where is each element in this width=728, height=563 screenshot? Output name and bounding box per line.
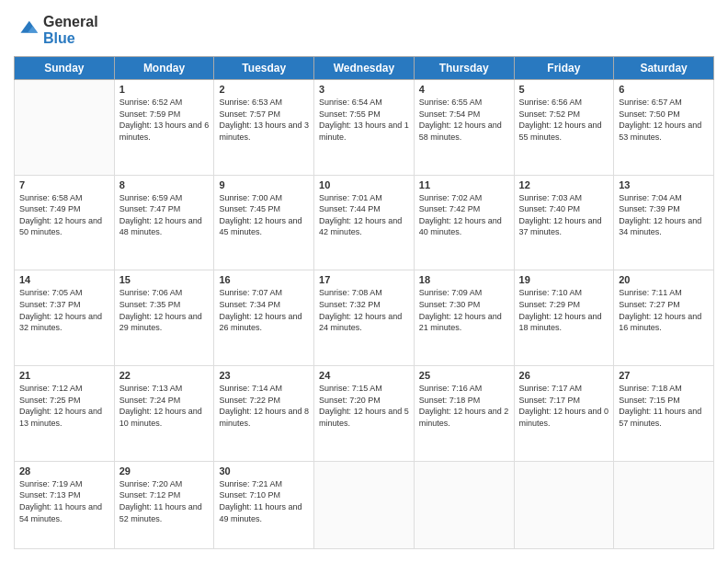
day-info: Sunrise: 7:20 AMSunset: 7:12 PMDaylight:… (119, 478, 210, 524)
day-number: 28 (19, 465, 109, 477)
calendar-cell: 30Sunrise: 7:21 AMSunset: 7:10 PMDayligh… (214, 461, 314, 548)
calendar-cell: 15Sunrise: 7:06 AMSunset: 7:35 PMDayligh… (114, 270, 214, 366)
day-of-week-header: Friday (514, 57, 614, 80)
day-info: Sunrise: 7:15 AMSunset: 7:20 PMDaylight:… (319, 383, 409, 429)
day-number: 5 (519, 84, 609, 95)
day-info: Sunrise: 7:01 AMSunset: 7:44 PMDaylight:… (319, 192, 409, 238)
calendar-cell: 7Sunrise: 6:58 AMSunset: 7:49 PMDaylight… (15, 175, 115, 270)
day-number: 14 (19, 274, 109, 285)
calendar-cell: 8Sunrise: 6:59 AMSunset: 7:47 PMDaylight… (114, 175, 214, 270)
calendar-cell: 23Sunrise: 7:14 AMSunset: 7:22 PMDayligh… (214, 366, 314, 462)
calendar-cell: 9Sunrise: 7:00 AMSunset: 7:45 PMDaylight… (214, 175, 314, 270)
day-info: Sunrise: 7:12 AMSunset: 7:25 PMDaylight:… (19, 383, 109, 429)
day-info: Sunrise: 7:16 AMSunset: 7:18 PMDaylight:… (419, 383, 509, 429)
day-of-week-header: Saturday (614, 57, 714, 80)
calendar-cell: 19Sunrise: 7:10 AMSunset: 7:29 PMDayligh… (514, 270, 614, 366)
calendar-header-row: SundayMondayTuesdayWednesdayThursdayFrid… (15, 57, 714, 80)
calendar-cell (15, 80, 115, 176)
calendar-week-row: 21Sunrise: 7:12 AMSunset: 7:25 PMDayligh… (15, 366, 714, 462)
day-of-week-header: Sunday (15, 57, 115, 80)
calendar-cell: 4Sunrise: 6:55 AMSunset: 7:54 PMDaylight… (414, 80, 514, 176)
day-number: 6 (619, 84, 709, 95)
day-info: Sunrise: 7:19 AMSunset: 7:13 PMDaylight:… (19, 478, 109, 524)
calendar-cell: 17Sunrise: 7:08 AMSunset: 7:32 PMDayligh… (314, 270, 415, 366)
day-number: 11 (419, 179, 509, 190)
day-number: 22 (119, 370, 210, 381)
day-number: 9 (219, 179, 309, 190)
calendar-cell: 5Sunrise: 6:56 AMSunset: 7:52 PMDaylight… (514, 80, 614, 176)
calendar-cell: 29Sunrise: 7:20 AMSunset: 7:12 PMDayligh… (114, 461, 214, 548)
day-number: 13 (619, 179, 709, 190)
calendar-cell: 2Sunrise: 6:53 AMSunset: 7:57 PMDaylight… (214, 80, 314, 176)
day-number: 16 (219, 274, 309, 285)
calendar-week-row: 14Sunrise: 7:05 AMSunset: 7:37 PMDayligh… (15, 270, 714, 366)
calendar-cell: 14Sunrise: 7:05 AMSunset: 7:37 PMDayligh… (15, 270, 115, 366)
calendar-cell: 1Sunrise: 6:52 AMSunset: 7:59 PMDaylight… (114, 80, 214, 176)
day-info: Sunrise: 7:09 AMSunset: 7:30 PMDaylight:… (419, 287, 509, 333)
day-number: 17 (319, 274, 409, 285)
calendar-cell: 20Sunrise: 7:11 AMSunset: 7:27 PMDayligh… (614, 270, 714, 366)
day-info: Sunrise: 7:13 AMSunset: 7:24 PMDaylight:… (119, 383, 210, 429)
day-number: 21 (19, 370, 109, 381)
day-info: Sunrise: 7:00 AMSunset: 7:45 PMDaylight:… (219, 192, 309, 238)
day-number: 1 (119, 84, 210, 95)
day-number: 12 (519, 179, 609, 190)
day-number: 10 (319, 179, 409, 190)
day-of-week-header: Tuesday (214, 57, 314, 80)
day-info: Sunrise: 6:57 AMSunset: 7:50 PMDaylight:… (619, 97, 709, 143)
day-info: Sunrise: 7:08 AMSunset: 7:32 PMDaylight:… (319, 287, 409, 333)
calendar-cell: 10Sunrise: 7:01 AMSunset: 7:44 PMDayligh… (314, 175, 415, 270)
calendar-cell (414, 461, 514, 548)
day-number: 24 (319, 370, 409, 381)
day-info: Sunrise: 7:03 AMSunset: 7:40 PMDaylight:… (519, 192, 609, 238)
day-info: Sunrise: 7:21 AMSunset: 7:10 PMDaylight:… (219, 478, 309, 524)
day-number: 2 (219, 84, 309, 95)
day-of-week-header: Thursday (414, 57, 514, 80)
day-info: Sunrise: 6:56 AMSunset: 7:52 PMDaylight:… (519, 97, 609, 143)
calendar-cell: 21Sunrise: 7:12 AMSunset: 7:25 PMDayligh… (15, 366, 115, 462)
calendar-cell: 28Sunrise: 7:19 AMSunset: 7:13 PMDayligh… (15, 461, 115, 548)
calendar-week-row: 7Sunrise: 6:58 AMSunset: 7:49 PMDaylight… (15, 175, 714, 270)
day-number: 19 (519, 274, 609, 285)
calendar-cell: 25Sunrise: 7:16 AMSunset: 7:18 PMDayligh… (414, 366, 514, 462)
logo: General Blue (14, 14, 98, 47)
page: General Blue SundayMondayTuesdayWednesda… (0, 0, 728, 563)
calendar-cell (314, 461, 415, 548)
day-info: Sunrise: 6:53 AMSunset: 7:57 PMDaylight:… (219, 97, 309, 143)
calendar-cell: 16Sunrise: 7:07 AMSunset: 7:34 PMDayligh… (214, 270, 314, 366)
day-info: Sunrise: 7:02 AMSunset: 7:42 PMDaylight:… (419, 192, 509, 238)
day-info: Sunrise: 6:54 AMSunset: 7:55 PMDaylight:… (319, 97, 409, 143)
day-info: Sunrise: 7:18 AMSunset: 7:15 PMDaylight:… (619, 383, 709, 429)
day-info: Sunrise: 6:55 AMSunset: 7:54 PMDaylight:… (419, 97, 509, 143)
calendar-cell: 24Sunrise: 7:15 AMSunset: 7:20 PMDayligh… (314, 366, 415, 462)
calendar-cell: 18Sunrise: 7:09 AMSunset: 7:30 PMDayligh… (414, 270, 514, 366)
day-info: Sunrise: 7:14 AMSunset: 7:22 PMDaylight:… (219, 383, 309, 429)
calendar-cell (514, 461, 614, 548)
day-number: 20 (619, 274, 709, 285)
day-number: 25 (419, 370, 509, 381)
day-number: 23 (219, 370, 309, 381)
calendar-cell: 13Sunrise: 7:04 AMSunset: 7:39 PMDayligh… (614, 175, 714, 270)
day-info: Sunrise: 7:10 AMSunset: 7:29 PMDaylight:… (519, 287, 609, 333)
day-info: Sunrise: 7:06 AMSunset: 7:35 PMDaylight:… (119, 287, 210, 333)
calendar-cell: 12Sunrise: 7:03 AMSunset: 7:40 PMDayligh… (514, 175, 614, 270)
day-number: 30 (219, 465, 309, 477)
day-info: Sunrise: 7:17 AMSunset: 7:17 PMDaylight:… (519, 383, 609, 429)
day-number: 15 (119, 274, 210, 285)
day-number: 27 (619, 370, 709, 381)
day-info: Sunrise: 7:11 AMSunset: 7:27 PMDaylight:… (619, 287, 709, 333)
day-number: 18 (419, 274, 509, 285)
calendar-cell: 11Sunrise: 7:02 AMSunset: 7:42 PMDayligh… (414, 175, 514, 270)
calendar-table: SundayMondayTuesdayWednesdayThursdayFrid… (14, 56, 714, 549)
day-number: 8 (119, 179, 210, 190)
day-of-week-header: Monday (114, 57, 214, 80)
day-number: 26 (519, 370, 609, 381)
day-info: Sunrise: 7:07 AMSunset: 7:34 PMDaylight:… (219, 287, 309, 333)
day-info: Sunrise: 6:59 AMSunset: 7:47 PMDaylight:… (119, 192, 210, 238)
calendar-cell: 26Sunrise: 7:17 AMSunset: 7:17 PMDayligh… (514, 366, 614, 462)
calendar-week-row: 28Sunrise: 7:19 AMSunset: 7:13 PMDayligh… (15, 461, 714, 548)
calendar-week-row: 1Sunrise: 6:52 AMSunset: 7:59 PMDaylight… (15, 80, 714, 176)
logo-text: General Blue (43, 14, 98, 47)
calendar-cell: 3Sunrise: 6:54 AMSunset: 7:55 PMDaylight… (314, 80, 415, 176)
logo-icon (14, 17, 40, 43)
